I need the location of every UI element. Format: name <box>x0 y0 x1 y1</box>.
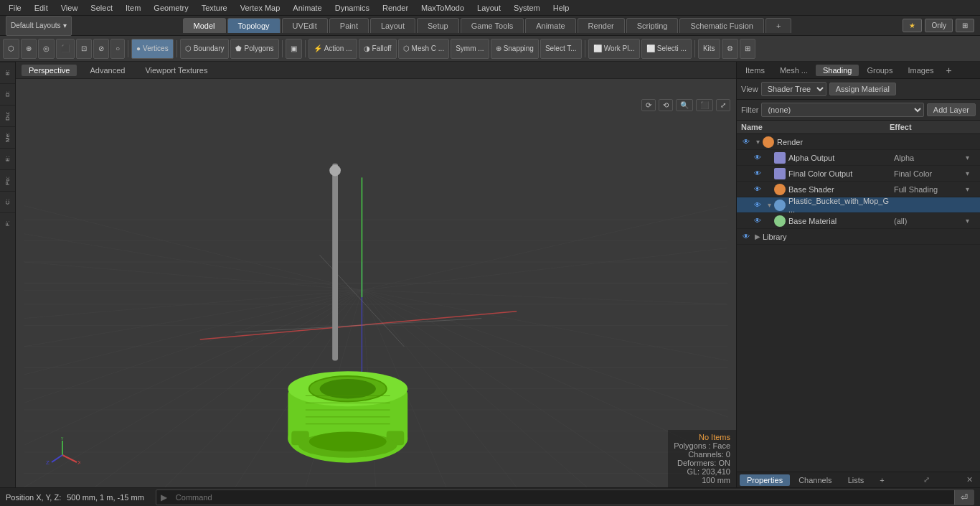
panel-tab-add[interactable]: + <box>942 63 956 78</box>
vp-expand-btn[interactable]: ⤢ <box>716 99 730 111</box>
tree-expand-library[interactable]: ▶ <box>753 232 763 242</box>
menu-file[interactable]: File <box>3 2 27 14</box>
tab-model[interactable]: Model <box>183 18 226 33</box>
work-plane-btn[interactable]: ⬜ Work Pl... <box>588 39 640 59</box>
fullscreen-btn[interactable]: ⊞ <box>740 39 755 59</box>
command-input[interactable] <box>171 492 954 503</box>
menu-dynamics[interactable]: Dynamics <box>329 2 375 14</box>
tree-vis-basematerial[interactable]: 👁 <box>751 215 764 228</box>
vp-rotate-btn[interactable]: ⟳ <box>641 99 656 111</box>
star-button[interactable]: ★ <box>903 19 922 32</box>
menu-maxtomode[interactable]: MaxToModo <box>415 2 470 14</box>
box-select-btn[interactable]: ⬛ <box>56 39 75 59</box>
maximize-button[interactable]: ⊞ <box>956 19 974 32</box>
menu-animate[interactable]: Animate <box>287 2 327 14</box>
command-submit-btn[interactable]: ⏎ <box>954 490 974 505</box>
sidebar-item-me[interactable]: Me: <box>0 126 15 148</box>
loop-btn[interactable]: ⊘ <box>93 39 109 59</box>
symmetry-btn[interactable]: Symm ... <box>451 39 489 59</box>
tree-vis-alpha[interactable]: 👁 <box>751 151 764 164</box>
settings-btn[interactable]: ⚙ <box>722 39 738 59</box>
vertices-mode-btn[interactable]: ● Vertices <box>131 39 174 59</box>
tab-add[interactable]: + <box>765 18 791 33</box>
panel-tab-shading[interactable]: Shading <box>816 65 859 76</box>
menu-help[interactable]: Help <box>547 2 575 14</box>
tree-item-basematerial[interactable]: 👁 Base Material (all) ▾ <box>737 213 980 229</box>
tree-vis-baseshader[interactable]: 👁 <box>751 183 764 196</box>
vp-tab-perspective[interactable]: Perspective <box>22 65 77 76</box>
tree-item-alpha[interactable]: 👁 Alpha Output Alpha ▾ <box>737 150 980 166</box>
tree-arrow-alpha[interactable]: ▾ <box>966 154 977 161</box>
filter-select[interactable]: (none) <box>761 103 923 117</box>
menu-select[interactable]: Select <box>85 2 118 14</box>
falloff-btn[interactable]: ◑ Falloff <box>359 39 397 59</box>
tree-expand-alpha[interactable] <box>764 153 774 163</box>
bp-expand-btn[interactable]: ⤢ <box>919 474 934 486</box>
view-select[interactable]: Shader Tree <box>761 82 826 96</box>
bp-tab-lists[interactable]: Lists <box>841 474 872 486</box>
sidebar-item-du[interactable]: Du: <box>0 105 15 126</box>
tab-schematic-fusion[interactable]: Schematic Fusion <box>679 18 763 33</box>
snapping-btn[interactable]: ⊕ Snapping <box>491 39 539 59</box>
vp-zoom-btn[interactable]: 🔍 <box>676 99 693 111</box>
circle-btn[interactable]: ○ <box>110 39 125 59</box>
select-tools-btn[interactable]: Select T... <box>540 39 582 59</box>
view-mode-btn[interactable]: ▣ <box>286 39 302 59</box>
tab-paint[interactable]: Paint <box>329 18 369 33</box>
tab-layout[interactable]: Layout <box>370 18 415 33</box>
only-button[interactable]: Only <box>925 19 953 32</box>
sidebar-item-f[interactable]: F: <box>0 212 15 234</box>
menu-render[interactable]: Render <box>377 2 414 14</box>
sidebar-item-po[interactable]: Po: <box>0 169 15 191</box>
mesh-mode-btn[interactable]: ⬡ <box>3 39 19 59</box>
add-layer-btn[interactable]: Add Layer <box>927 103 976 116</box>
tree-vis-plastic[interactable]: 👁 <box>751 199 764 212</box>
tree-vis-finalcolor[interactable]: 👁 <box>751 167 764 180</box>
panel-tab-mesh[interactable]: Mesh ... <box>773 65 815 76</box>
action-btn[interactable]: ⚡ Action ... <box>308 39 357 59</box>
tree-arrow-basematerial[interactable]: ▾ <box>966 217 977 225</box>
tree-expand-basematerial[interactable] <box>764 216 774 226</box>
lasso-btn[interactable]: ⊡ <box>76 39 92 59</box>
menu-layout[interactable]: Layout <box>471 2 507 14</box>
tab-scripting[interactable]: Scripting <box>626 18 679 33</box>
bp-tab-add[interactable]: + <box>872 474 891 486</box>
tree-item-plastic[interactable]: 👁 ▾ Plastic_Bucket_with_Mop_G ... <box>737 197 980 213</box>
boundary-mode-btn[interactable]: ⬡ Boundary <box>180 39 230 59</box>
vp-view-btn[interactable]: ⬛ <box>696 99 713 111</box>
tree-expand-render[interactable]: ▾ <box>753 137 763 147</box>
sidebar-item-e[interactable]: E: <box>0 148 15 169</box>
assign-material-btn[interactable]: Assign Material <box>829 83 896 95</box>
tree-arrow-baseshader[interactable]: ▾ <box>966 185 977 193</box>
origin-btn[interactable]: ⊕ <box>21 39 37 59</box>
tree-item-render[interactable]: 👁 ▾ Render <box>737 134 980 150</box>
tree-expand-plastic[interactable]: ▾ <box>764 200 774 210</box>
tree-arrow-finalcolor[interactable]: ▾ <box>966 169 977 177</box>
tab-game-tools[interactable]: Game Tools <box>461 18 524 33</box>
tab-setup[interactable]: Setup <box>417 18 459 33</box>
polygons-mode-btn[interactable]: ⬟ Polygons <box>230 39 278 59</box>
selection-sets-btn[interactable]: ⬜ Selecti ... <box>641 39 692 59</box>
tree-expand-baseshader[interactable] <box>764 184 774 195</box>
sidebar-item-c[interactable]: C: <box>0 191 15 212</box>
mesh-constraints-btn[interactable]: ⬡ Mesh C ... <box>398 39 450 59</box>
menu-view[interactable]: View <box>55 2 84 14</box>
bp-tab-channels[interactable]: Channels <box>791 474 839 486</box>
viewport-canvas[interactable]: X Y Z ⟳ ⟲ 🔍 ⬛ ⤢ No Items Polygons : Face… <box>16 79 736 487</box>
tree-vis-library[interactable]: 👁 <box>740 230 753 243</box>
menu-vertex-map[interactable]: Vertex Map <box>235 2 286 14</box>
kits-btn[interactable]: Kits <box>698 39 720 59</box>
tree-item-baseshader[interactable]: 👁 Base Shader Full Shading ▾ <box>737 182 980 197</box>
menu-texture[interactable]: Texture <box>196 2 233 14</box>
transform-btn[interactable]: ◎ <box>38 39 55 59</box>
menu-geometry[interactable]: Geometry <box>148 2 194 14</box>
tab-render[interactable]: Render <box>578 18 625 33</box>
tab-topology[interactable]: Topology <box>227 18 281 33</box>
panel-tab-items[interactable]: Items <box>738 65 772 76</box>
tab-uvedit[interactable]: UVEdit <box>282 18 328 33</box>
sidebar-item-d[interactable]: D: <box>0 83 15 105</box>
tree-item-finalcolor[interactable]: 👁 Final Color Output Final Color ▾ <box>737 166 980 182</box>
vp-tab-textures[interactable]: Viewport Textures <box>138 65 215 76</box>
panel-tab-groups[interactable]: Groups <box>859 65 900 76</box>
menu-item[interactable]: Item <box>120 2 146 14</box>
